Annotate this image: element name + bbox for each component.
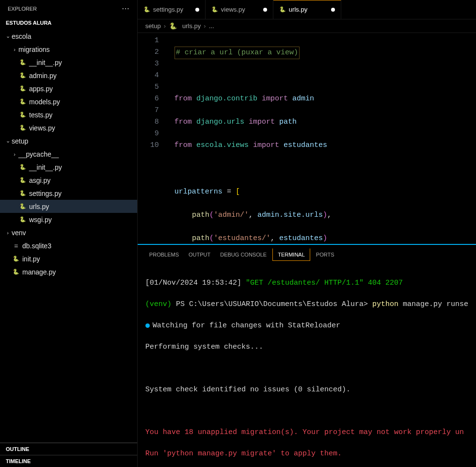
folder-item[interactable]: ›migrations xyxy=(0,43,137,56)
terminal-output[interactable]: [01/Nov/2024 19:53:42] "GET /estudantes/… xyxy=(138,264,476,467)
file-label: __init__.py xyxy=(29,59,62,66)
file-label: tests.py xyxy=(29,111,52,119)
chevron-down-icon: ⌄ xyxy=(4,33,12,39)
modified-dot-icon xyxy=(331,8,335,12)
panel-tabs: PROBLEMSOUTPUTDEBUG CONSOLETERMINALPORTS xyxy=(138,245,476,264)
status-dot-icon xyxy=(145,323,150,328)
editor-tab[interactable]: 🐍urls.py xyxy=(273,0,341,19)
breadcrumb-part[interactable]: ... xyxy=(209,22,214,30)
file-item[interactable]: 🐍apps.py xyxy=(0,82,137,95)
python-icon: 🐍 xyxy=(12,269,20,275)
file-label: admin.py xyxy=(29,72,57,80)
chevron-right-icon: › xyxy=(164,22,166,30)
file-item[interactable]: 🐍asgi.py xyxy=(0,174,137,187)
chevron-down-icon: ⌄ xyxy=(4,138,12,144)
file-item[interactable]: 🐍init.py xyxy=(0,252,137,265)
panel-tab-output[interactable]: OUTPUT xyxy=(185,249,214,260)
panel-tab-problems[interactable]: PROBLEMS xyxy=(145,249,183,260)
breadcrumb[interactable]: setup › 🐍 urls.py › ... xyxy=(138,19,476,33)
modified-dot-icon xyxy=(263,8,267,12)
outline-section[interactable]: OUTLINE xyxy=(0,443,137,455)
tab-label: urls.py xyxy=(289,6,307,13)
panel-tab-terminal[interactable]: TERMINAL xyxy=(272,248,310,261)
python-icon: 🐍 xyxy=(12,256,20,262)
chevron-right-icon: › xyxy=(4,230,12,236)
chevron-right-icon: › xyxy=(11,151,18,157)
line-number: 10 xyxy=(138,140,159,151)
editor-tabs: 🐍settings.py🐍views.py🐍urls.py xyxy=(138,0,476,19)
python-icon: 🐍 xyxy=(18,85,27,92)
bottom-panel: PROBLEMSOUTPUTDEBUG CONSOLETERMINALPORTS… xyxy=(138,244,476,467)
line-numbers-gutter: 12345678910 xyxy=(138,33,167,244)
python-icon: 🐍 xyxy=(18,59,27,65)
line-number: 5 xyxy=(138,81,159,93)
breadcrumb-part[interactable]: setup xyxy=(145,22,161,30)
file-item[interactable]: 🐍tests.py xyxy=(0,108,137,121)
file-label: db.sqlite3 xyxy=(22,242,51,250)
more-actions-icon[interactable]: ⋯ xyxy=(122,4,129,13)
file-label: urls.py xyxy=(29,203,49,210)
line-number: 4 xyxy=(138,70,159,81)
file-label: views.py xyxy=(29,124,55,132)
line-number: 3 xyxy=(138,58,159,70)
modified-dot-icon xyxy=(195,8,199,12)
chevron-right-icon: › xyxy=(11,47,18,52)
file-item[interactable]: 🐍models.py xyxy=(0,95,137,108)
file-item[interactable]: 🐍__init__.py xyxy=(0,56,137,69)
project-root-label[interactable]: ESTUDOS ALURA xyxy=(0,17,137,29)
file-label: apps.py xyxy=(29,85,53,93)
file-label: init.py xyxy=(22,255,40,263)
explorer-title: EXPLORER xyxy=(8,6,37,12)
folder-item[interactable]: ›__pycache__ xyxy=(0,147,137,161)
code-content[interactable]: # criar a url (puxar a view) from django… xyxy=(167,33,476,244)
line-number: 1 xyxy=(138,35,159,47)
tab-label: settings.py xyxy=(153,6,183,13)
file-label: models.py xyxy=(29,98,60,106)
python-icon: 🐍 xyxy=(169,22,177,30)
line-number: 2 xyxy=(138,47,159,58)
python-icon: 🐍 xyxy=(279,6,286,13)
python-icon: 🐍 xyxy=(211,6,218,13)
folder-label: __pycache__ xyxy=(18,150,59,158)
line-number: 8 xyxy=(138,116,159,128)
folder-label: venv xyxy=(12,229,26,237)
file-label: __init__.py xyxy=(29,163,62,171)
panel-tab-debug-console[interactable]: DEBUG CONSOLE xyxy=(216,249,270,260)
file-label: wsgi.py xyxy=(29,216,52,224)
editor-tab[interactable]: 🐍views.py xyxy=(206,0,273,19)
file-item[interactable]: 🐍admin.py xyxy=(0,69,137,82)
folder-label: migrations xyxy=(18,46,50,53)
file-item[interactable]: 🐍__init__.py xyxy=(0,161,137,174)
chevron-right-icon: › xyxy=(204,22,206,30)
folder-item[interactable]: ⌄setup xyxy=(0,134,137,147)
panel-tab-ports[interactable]: PORTS xyxy=(312,249,338,260)
line-number: 6 xyxy=(138,93,159,105)
python-icon: 🐍 xyxy=(18,112,27,118)
file-label: asgi.py xyxy=(29,177,50,184)
file-item[interactable]: ≡db.sqlite3 xyxy=(0,239,137,252)
file-item[interactable]: 🐍manage.py xyxy=(0,265,137,278)
file-item[interactable]: 🐍views.py xyxy=(0,121,137,134)
folder-item[interactable]: ⌄escola xyxy=(0,30,137,43)
python-icon: 🐍 xyxy=(18,203,27,209)
folder-item[interactable]: ›venv xyxy=(0,226,137,239)
code-comment: # criar a url (puxar a view) xyxy=(175,47,300,59)
python-icon: 🐍 xyxy=(18,164,27,170)
timeline-section[interactable]: TIMELINE xyxy=(0,455,137,467)
editor-tab[interactable]: 🐍settings.py xyxy=(138,0,206,19)
database-icon: ≡ xyxy=(12,242,20,250)
main-area: 🐍settings.py🐍views.py🐍urls.py setup › 🐍 … xyxy=(138,0,476,467)
file-label: manage.py xyxy=(22,268,56,276)
file-tree: ⌄escola›migrations🐍__init__.py🐍admin.py🐍… xyxy=(0,29,137,442)
file-item[interactable]: 🐍urls.py xyxy=(0,200,137,213)
line-number: 9 xyxy=(138,128,159,140)
file-item[interactable]: 🐍settings.py xyxy=(0,187,137,200)
breadcrumb-part[interactable]: urls.py xyxy=(182,22,201,30)
file-item[interactable]: 🐍wsgi.py xyxy=(0,213,137,226)
python-icon: 🐍 xyxy=(18,98,27,105)
python-icon: 🐍 xyxy=(18,190,27,196)
python-icon: 🐍 xyxy=(18,125,27,131)
python-icon: 🐍 xyxy=(18,72,27,79)
code-editor[interactable]: 12345678910 # criar a url (puxar a view)… xyxy=(138,33,476,244)
folder-label: escola xyxy=(12,32,31,40)
